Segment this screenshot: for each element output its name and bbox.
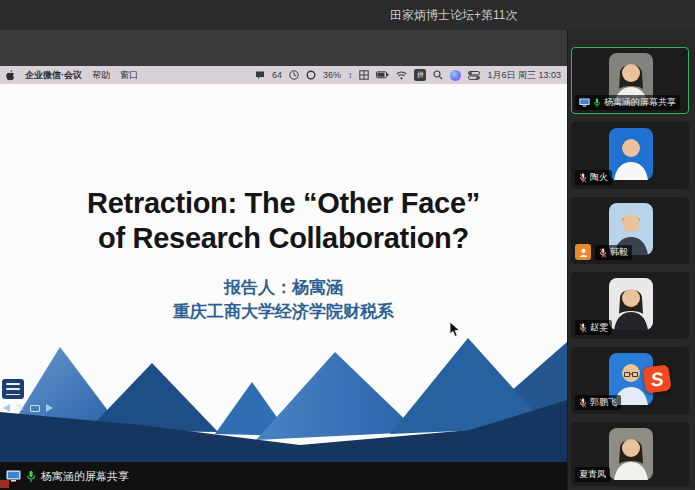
red-indicator: [0, 480, 9, 488]
control-center-icon: [468, 71, 480, 80]
participant-name-pill: 韩毅: [595, 245, 632, 260]
participant-name: 郭鹏飞: [590, 396, 617, 409]
remote-mac-menubar: 企业微信·会议 帮助 窗口 64 36% ↕ 拼 1月6日 周三 13:03: [0, 66, 567, 84]
sogou-letter: S: [649, 369, 664, 390]
mic-muted-icon: [599, 248, 607, 258]
battery-icon: [376, 71, 389, 79]
clock-icon: [289, 70, 299, 80]
participant-tile-4[interactable]: 赵雯: [571, 272, 689, 339]
participant-avatar: [609, 128, 653, 180]
slide-affiliation-line: 重庆工商大学经济学院财税系: [0, 300, 567, 324]
participants-sidebar: 杨寓涵的屏幕共享 陶火: [567, 30, 695, 490]
participant-name-pill: 夏青凤: [575, 467, 610, 482]
screen-share-banner: 杨寓涵的屏幕共享: [0, 462, 567, 490]
search-icon: [433, 70, 443, 80]
pen-tool-icon: ✎: [16, 403, 24, 413]
participant-tile-1[interactable]: 杨寓涵的屏幕共享: [571, 47, 689, 114]
presenter-controls: ✎: [3, 402, 53, 414]
mic-on-icon: [593, 98, 601, 108]
meeting-window: 田家炳博士论坛+第11次 企业微信·会议 帮助 窗口 64 36% ↕ 拼: [0, 0, 695, 490]
screen-share-icon: [579, 98, 590, 107]
participant-avatar: [609, 428, 653, 480]
input-method-icon: 拼: [414, 69, 426, 81]
mic-muted-icon: [579, 323, 587, 333]
participant-avatar: [609, 278, 653, 330]
network-updown-icon: ↕: [348, 70, 353, 80]
siri-icon: [450, 70, 461, 81]
participant-tile-3[interactable]: 韩毅: [571, 197, 689, 264]
participant-name: 夏青凤: [579, 468, 606, 481]
remote-status-cluster: 64 36% ↕ 拼 1月6日 周三 13:03: [255, 69, 561, 82]
slide-decorative-triangles: [0, 332, 567, 462]
chat-bubble-icon: [255, 71, 265, 80]
slide-speaker-line: 报告人：杨寓涵: [0, 276, 567, 300]
slide-list-icon: [2, 379, 24, 399]
slide-title-line2: of Research Collaboration?: [0, 221, 567, 256]
mic-muted-icon: [579, 398, 587, 408]
participant-name-pill: 杨寓涵的屏幕共享: [575, 95, 680, 110]
participant-name-pill: 郭鹏飞: [575, 395, 621, 410]
participant-name-pill: 赵雯: [575, 320, 612, 335]
participant-name: 韩毅: [610, 246, 628, 259]
battery-percent: 36%: [323, 70, 341, 80]
wifi-icon: [396, 71, 407, 80]
participant-tile-2[interactable]: 陶火: [571, 122, 689, 189]
meeting-title: 田家炳博士论坛+第11次: [390, 0, 517, 30]
unread-count: 64: [272, 70, 282, 80]
menu-help: 帮助: [92, 69, 110, 82]
share-banner-label: 杨寓涵的屏幕共享: [41, 469, 129, 484]
sogou-input-icon[interactable]: S: [642, 364, 671, 393]
participant-name-pill: 陶火: [575, 170, 612, 185]
grid-icon: [359, 70, 369, 80]
menubar-datetime: 1月6日 周三 13:03: [487, 69, 561, 82]
participant-name: 杨寓涵的屏幕共享: [604, 96, 676, 109]
presentation-slide: Retraction: The “Other Face” of Research…: [0, 84, 567, 462]
mic-on-icon: [26, 470, 36, 483]
prev-slide-icon: [3, 404, 10, 412]
mouse-cursor: [449, 322, 461, 338]
menu-window: 窗口: [120, 69, 138, 82]
apple-icon: [6, 70, 15, 81]
participant-tile-6[interactable]: 夏青凤: [571, 422, 689, 486]
shape-tool-icon: [30, 405, 40, 412]
shared-screen-area: 企业微信·会议 帮助 窗口 64 36% ↕ 拼 1月6日 周三 13:03: [0, 30, 567, 490]
slide-title-line1: Retraction: The “Other Face”: [0, 186, 567, 221]
battery-ring-icon: [306, 70, 316, 80]
next-slide-icon: [46, 404, 53, 412]
slide-title: Retraction: The “Other Face” of Research…: [0, 186, 567, 256]
mic-muted-icon: [579, 173, 587, 183]
remote-menu-items: 企业微信·会议 帮助 窗口: [6, 69, 138, 82]
slide-subtitle: 报告人：杨寓涵 重庆工商大学经济学院财税系: [0, 276, 567, 324]
participant-name: 赵雯: [590, 321, 608, 334]
participant-tile-5[interactable]: 郭鹏飞: [571, 347, 689, 414]
menu-app: 企业微信·会议: [25, 69, 82, 82]
participant-name: 陶火: [590, 171, 608, 184]
window-titlebar: 田家炳博士论坛+第11次: [0, 0, 695, 30]
host-badge-icon: [575, 244, 591, 260]
